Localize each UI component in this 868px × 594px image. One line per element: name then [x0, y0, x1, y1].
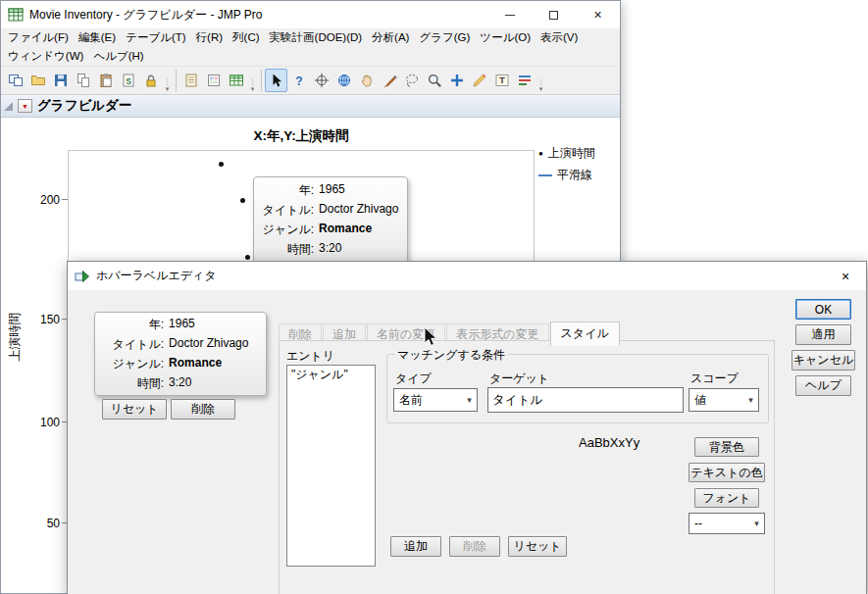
target-input[interactable]: [487, 387, 684, 413]
tab-style[interactable]: スタイル: [550, 322, 620, 346]
menu-analyze[interactable]: 分析(A): [367, 28, 414, 47]
preview-delete-button[interactable]: 削除: [171, 399, 235, 420]
outline-title: グラフビルダー: [37, 97, 131, 115]
menu-edit[interactable]: 編集(E): [74, 28, 121, 47]
text-annotate-tool-icon[interactable]: T: [490, 69, 513, 92]
preview-reset-button[interactable]: リセット: [102, 399, 167, 420]
lasso-tool-icon[interactable]: [400, 69, 423, 92]
scope-dropdown[interactable]: 値 ▾: [689, 388, 759, 412]
jmp-app-icon: [8, 7, 24, 23]
type-dropdown[interactable]: 名前 ▾: [393, 388, 478, 412]
menu-view[interactable]: 表示(V): [536, 28, 583, 47]
titlebar[interactable]: Movie Inventory - グラフビルダー - JMP Pro ×: [1, 1, 620, 28]
target-tool-icon[interactable]: [332, 69, 355, 92]
open-icon[interactable]: [26, 69, 49, 92]
dialog-titlebar[interactable]: ホバーラベルエディタ ×: [68, 262, 866, 290]
line-styles-tool-icon[interactable]: [513, 69, 536, 92]
svg-text:S: S: [126, 76, 131, 86]
preview-value: Romance: [169, 356, 248, 372]
toolbar-overflow-icon[interactable]: ⋮▾: [247, 69, 258, 92]
legend-label[interactable]: 上演時間: [548, 145, 595, 162]
font-button[interactable]: フォント: [694, 488, 759, 508]
new-window-icon[interactable]: [4, 69, 26, 92]
red-triangle-menu-button[interactable]: ▼: [18, 99, 32, 113]
data-point[interactable]: [245, 255, 250, 260]
menubar: ファイル(F) 編集(E) テーブル(T) 行(R) 列(C) 実験計画(DOE…: [1, 28, 620, 66]
hover-label-tooltip: 年:1965 タイトル:Doctor Zhivago ジャンル:Romance …: [253, 176, 408, 264]
add-button[interactable]: 追加: [390, 536, 441, 557]
window-title: Movie Inventory - グラフビルダー - JMP Pro: [29, 7, 487, 24]
brush-tool-icon[interactable]: [378, 69, 400, 92]
grabber-hand-tool-icon[interactable]: [355, 69, 378, 92]
menu-graph[interactable]: グラフ(G): [414, 28, 475, 47]
toolbar-separator: [176, 70, 177, 91]
paste-icon[interactable]: [94, 69, 117, 92]
layout-icon[interactable]: [202, 69, 225, 92]
mouse-cursor: [423, 326, 438, 351]
list-item[interactable]: "ジャンル": [287, 366, 375, 384]
extra-style-dropdown[interactable]: -- ▾: [689, 513, 765, 534]
lock-icon[interactable]: [139, 69, 162, 92]
data-table-icon[interactable]: [225, 69, 247, 92]
script-icon[interactable]: S: [117, 69, 139, 92]
toolbar-separator: [261, 70, 262, 91]
menu-file[interactable]: ファイル(F): [3, 28, 74, 47]
y-tick-label: 100: [28, 416, 60, 429]
background-color-button[interactable]: 背景色: [694, 437, 759, 457]
reset-button[interactable]: リセット: [508, 536, 567, 557]
help-button[interactable]: ヘルプ: [795, 375, 851, 396]
dialog-close-button[interactable]: ×: [825, 262, 866, 290]
y-tick-label: 50: [28, 517, 60, 530]
data-point[interactable]: [219, 162, 224, 167]
maximize-icon: [549, 11, 558, 20]
ok-button[interactable]: OK: [795, 299, 851, 320]
minimize-button[interactable]: [487, 1, 532, 28]
menu-help[interactable]: ヘルプ(H): [88, 47, 148, 66]
hover-label-editor-dialog: ホバーラベルエディタ × 年:1965 タイトル:Doctor Zhivago …: [67, 261, 867, 594]
journal-icon[interactable]: [179, 69, 202, 92]
minimize-icon: [505, 15, 515, 16]
dialog-icon: [75, 269, 90, 284]
delete-button[interactable]: 削除: [449, 536, 500, 557]
close-button[interactable]: ×: [576, 1, 620, 28]
tooltip-label: ジャンル:: [263, 222, 314, 238]
outline-header: ▼ グラフビルダー: [1, 95, 620, 118]
hover-label-preview: 年:1965 タイトル:Doctor Zhivago ジャンル:Romance …: [94, 312, 267, 396]
entry-label: エントリ: [286, 348, 334, 365]
target-label: ターゲット: [489, 371, 549, 387]
preview-label: 時間:: [113, 375, 164, 392]
menu-tables[interactable]: テーブル(T): [121, 28, 191, 47]
menu-rows[interactable]: 行(R): [191, 28, 228, 47]
menu-window[interactable]: ウィンドウ(W): [3, 47, 88, 66]
legend-point-icon: ●: [538, 150, 543, 158]
matching-conditions-group: マッチングする条件 タイプ 名前 ▾ ターゲット スコープ 値 ▾: [386, 354, 769, 423]
magnifier-tool-icon[interactable]: [423, 69, 445, 92]
toolbar-overflow-icon[interactable]: ⋮▾: [536, 69, 546, 92]
text-color-button[interactable]: テキストの色: [689, 463, 765, 482]
legend-label[interactable]: 平滑線: [557, 167, 592, 183]
save-icon[interactable]: [49, 69, 72, 92]
cancel-button[interactable]: キャンセル: [791, 350, 855, 371]
svg-text:?: ?: [295, 74, 302, 88]
annotate-plus-tool-icon[interactable]: [445, 69, 468, 92]
maximize-button[interactable]: [532, 1, 576, 28]
preview-label: タイトル:: [113, 336, 164, 353]
menu-tools[interactable]: ツール(O): [475, 28, 536, 47]
crosshair-tool-icon[interactable]: [310, 69, 332, 92]
disclosure-triangle-icon[interactable]: [4, 102, 13, 111]
toolbar-overflow-icon[interactable]: ⋮▾: [162, 69, 173, 92]
menu-cols[interactable]: 列(C): [228, 28, 264, 47]
help-tool-icon[interactable]: ?: [287, 69, 310, 92]
entry-listbox[interactable]: "ジャンル": [286, 365, 376, 567]
chevron-down-icon: ▾: [743, 395, 758, 405]
pencil-tool-icon[interactable]: [468, 69, 490, 92]
tooltip-value: 1965: [319, 182, 398, 199]
selection-arrow-tool-icon[interactable]: [265, 69, 287, 92]
chart-legend: ● 上演時間 平滑線: [538, 145, 595, 188]
type-dropdown-value: 名前: [399, 392, 423, 409]
apply-button[interactable]: 適用: [795, 324, 851, 345]
data-point-hovered[interactable]: [240, 198, 245, 203]
tooltip-label: 時間:: [263, 241, 314, 258]
copy-icon[interactable]: [72, 69, 94, 92]
menu-doe[interactable]: 実験計画(DOE)(D): [265, 28, 368, 47]
